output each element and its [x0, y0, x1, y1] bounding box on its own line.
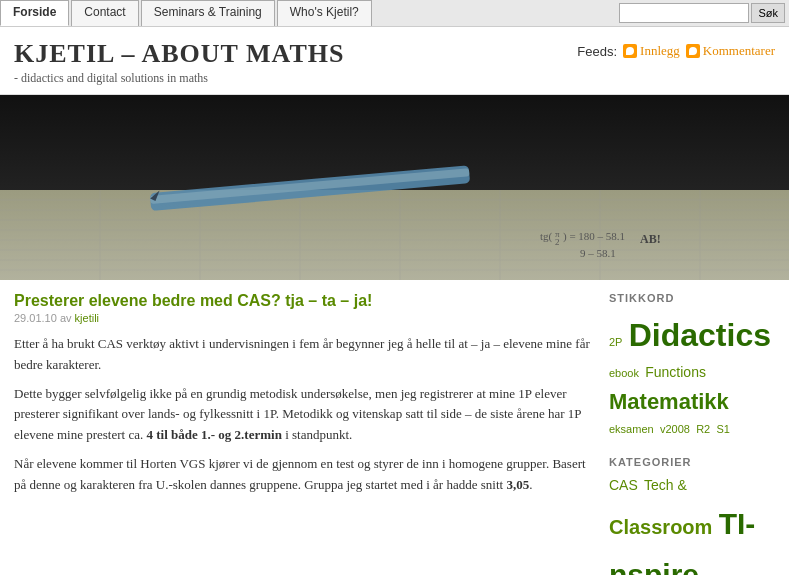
- search-input[interactable]: [619, 3, 749, 23]
- sidebar-cats-section: Kategorier CAS Tech & Classroom TI-nspir…: [609, 456, 779, 575]
- search-button[interactable]: Søk: [751, 3, 785, 23]
- feeds-area: Feeds: Innlegg Kommentarer: [577, 43, 775, 59]
- svg-text:tg(: tg(: [540, 230, 553, 243]
- site-header: Kjetil – about maths - didactics and dig…: [0, 27, 789, 95]
- sidebar-cats-heading: Kategorier: [609, 456, 779, 468]
- tag-didactics[interactable]: Didactics: [629, 317, 771, 353]
- page-wrapper: Kjetil – about maths - didactics and dig…: [0, 27, 789, 575]
- article-date: 29.01.10: [14, 312, 57, 324]
- hero-image: tg( π 2 ) = 180 – 58.1 9 – 58.1 AB!: [0, 95, 789, 280]
- feed-kommentarer-link[interactable]: Kommentarer: [686, 43, 775, 59]
- cat-cas[interactable]: CAS: [609, 477, 638, 493]
- article-body: Etter å ha brukt CAS verktøy aktivt i un…: [14, 334, 593, 496]
- navigation: Forside Contact Seminars & Training Who'…: [0, 0, 789, 27]
- feed-kommentarer-label: Kommentarer: [703, 43, 775, 59]
- tag-v2008[interactable]: v2008: [660, 423, 690, 435]
- site-title: Kjetil – about maths: [14, 39, 344, 69]
- article-title: Presterer elevene bedre med CAS? tja – t…: [14, 292, 593, 310]
- main-content: Presterer elevene bedre med CAS? tja – t…: [14, 292, 593, 575]
- article-para-2: Dette bygger selvfølgelig ikke på en gru…: [14, 384, 593, 446]
- article-av: av: [60, 312, 75, 324]
- tag-2p[interactable]: 2P: [609, 336, 622, 348]
- tag-cloud: 2P Didactics ebook Functions Matematikk …: [609, 310, 779, 440]
- feed-icon-innlegg: [623, 44, 637, 58]
- cat-cloud: CAS Tech & Classroom TI-nspire Web teach…: [609, 474, 779, 575]
- tag-r2[interactable]: R2: [696, 423, 710, 435]
- feed-innlegg-link[interactable]: Innlegg: [623, 43, 680, 59]
- article-meta: 29.01.10 av kjetili: [14, 312, 593, 324]
- nav-tab-contact[interactable]: Contact: [71, 0, 138, 26]
- sidebar: Stikkord 2P Didactics ebook Functions Ma…: [609, 292, 779, 575]
- feed-icon-kommentarer: [686, 44, 700, 58]
- tag-matematikk[interactable]: Matematikk: [609, 389, 729, 414]
- content-area: Presterer elevene bedre med CAS? tja – t…: [0, 280, 789, 575]
- article-para-1: Etter å ha brukt CAS verktøy aktivt i un…: [14, 334, 593, 376]
- nav-tab-seminars[interactable]: Seminars & Training: [141, 0, 275, 26]
- svg-rect-1: [0, 190, 789, 280]
- sidebar-tags-section: Stikkord 2P Didactics ebook Functions Ma…: [609, 292, 779, 440]
- tag-s1[interactable]: S1: [716, 423, 729, 435]
- article-bold-2: 3,05: [506, 477, 529, 492]
- feed-innlegg-label: Innlegg: [640, 43, 680, 59]
- tag-functions[interactable]: Functions: [645, 364, 706, 380]
- svg-text:9 – 58.1: 9 – 58.1: [580, 247, 616, 259]
- tag-ebook[interactable]: ebook: [609, 367, 639, 379]
- article-title-link[interactable]: Presterer elevene bedre med CAS? tja – t…: [14, 292, 372, 309]
- search-area: Søk: [615, 0, 789, 26]
- article: Presterer elevene bedre med CAS? tja – t…: [14, 292, 593, 496]
- cat-classroom[interactable]: Classroom: [609, 516, 712, 538]
- svg-text:AB!: AB!: [640, 232, 661, 246]
- svg-text:) = 180 – 58.1: ) = 180 – 58.1: [563, 230, 625, 243]
- feeds-label: Feeds:: [577, 44, 617, 59]
- svg-text:2: 2: [555, 237, 560, 247]
- site-branding: Kjetil – about maths - didactics and dig…: [14, 39, 344, 86]
- site-subtitle: - didactics and digital solutions in mat…: [14, 71, 344, 86]
- nav-tab-kjetil[interactable]: Who's Kjetil?: [277, 0, 372, 26]
- sidebar-tags-heading: Stikkord: [609, 292, 779, 304]
- cat-tech[interactable]: Tech &: [644, 477, 687, 493]
- tag-eksamen[interactable]: eksamen: [609, 423, 654, 435]
- nav-tab-forside[interactable]: Forside: [0, 0, 69, 26]
- article-para-3: Når elevene kommer til Horten VGS kjører…: [14, 454, 593, 496]
- article-author-link[interactable]: kjetili: [75, 312, 99, 324]
- article-bold-1: 4 til både 1.- og 2.termin: [146, 427, 281, 442]
